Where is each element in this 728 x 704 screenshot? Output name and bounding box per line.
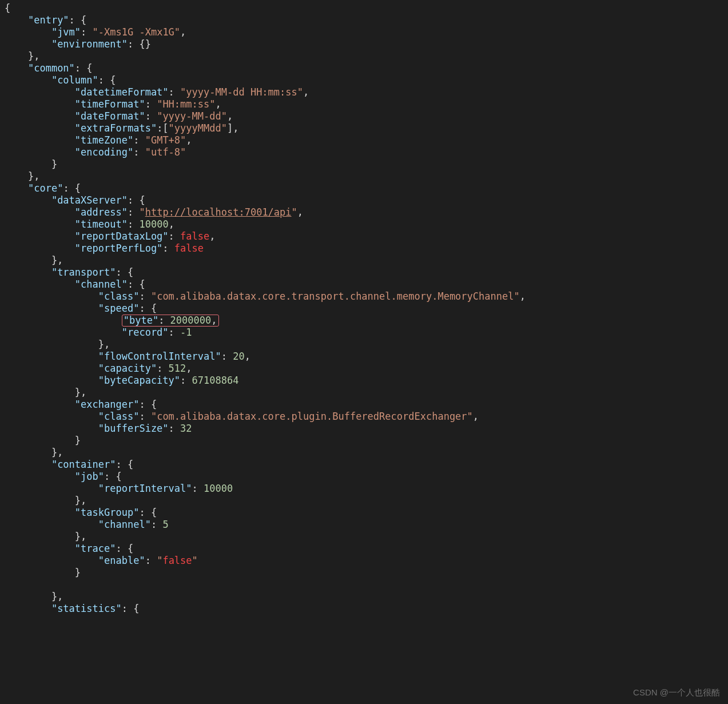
code-token: }	[5, 567, 81, 578]
code-token: :	[162, 242, 174, 254]
code-token: },	[5, 447, 63, 458]
highlighted-region: "byte": 2000000,	[122, 315, 219, 327]
code-token: : {	[104, 471, 122, 482]
code-token	[5, 423, 98, 434]
code-token: "job"	[75, 471, 104, 482]
code-token	[5, 543, 75, 554]
code-token: :	[169, 230, 180, 242]
code-token: :	[145, 555, 157, 566]
code-line: "timeout": 10000,	[5, 218, 174, 230]
code-token: : {	[116, 267, 133, 278]
code-token: },	[5, 254, 63, 266]
code-token: :	[128, 206, 139, 218]
code-token	[5, 459, 51, 470]
code-line: }	[5, 435, 81, 446]
code-token	[5, 399, 75, 410]
code-token: "reportPerfLog"	[75, 242, 163, 254]
code-line: "encoding": "utf-8"	[5, 146, 186, 158]
code-line: "byte": 2000000,	[5, 315, 219, 326]
code-token: "yyyy-MM-dd"	[157, 110, 227, 122]
code-line: "column": {	[5, 74, 116, 86]
code-line: "dateFormat": "yyyy-MM-dd",	[5, 110, 233, 122]
code-line: },	[5, 170, 39, 182]
code-token	[5, 603, 51, 614]
code-token: "byteCapacity"	[98, 375, 180, 386]
code-token: "HH:mm:ss"	[157, 98, 215, 110]
code-line: },	[5, 447, 63, 458]
code-line: "timeZone": "GMT+8",	[5, 134, 192, 146]
code-line: },	[5, 387, 86, 398]
code-line: },	[5, 50, 39, 62]
code-line: "jvm": "-Xms1G -Xmx1G",	[5, 26, 186, 38]
code-token: },	[5, 531, 86, 542]
code-token: 10000	[204, 483, 233, 494]
code-token: : {	[69, 14, 87, 26]
code-token	[5, 242, 75, 254]
code-line: "byteCapacity": 67108864	[5, 375, 238, 386]
code-token: :[	[157, 122, 168, 134]
code-line: "timeFormat": "HH:mm:ss",	[5, 98, 221, 110]
code-token: },	[5, 591, 63, 602]
code-line: "taskGroup": {	[5, 507, 157, 518]
code-token: ,	[520, 291, 526, 302]
code-token	[5, 74, 51, 86]
code-token: : {	[98, 74, 116, 86]
code-line: "channel": {	[5, 279, 145, 290]
code-token: },	[5, 170, 39, 182]
code-line: "environment": {}	[5, 38, 151, 50]
code-token: "class"	[98, 411, 140, 422]
code-line: "common": {	[5, 62, 93, 74]
code-token: :	[221, 351, 233, 362]
code-line: },	[5, 591, 63, 602]
code-line: "capacity": 512,	[5, 363, 192, 374]
code-token: :	[151, 519, 162, 530]
code-line: }	[5, 567, 81, 578]
code-token: "datetimeFormat"	[75, 86, 169, 98]
code-token: "channel"	[98, 519, 151, 530]
code-token: "trace"	[75, 543, 116, 554]
code-line: "entry": {	[5, 14, 86, 26]
code-token: ,	[209, 230, 215, 242]
code-token: 10000	[139, 218, 168, 230]
code-line: "flowControlInterval": 20,	[5, 351, 250, 362]
code-token: {	[5, 2, 10, 14]
code-token	[5, 38, 51, 50]
code-token: "channel"	[75, 279, 128, 290]
code-token	[5, 291, 98, 302]
code-token: ,	[211, 315, 217, 326]
code-token: ,	[245, 351, 250, 362]
code-token: "enable"	[98, 555, 145, 566]
code-token: "statistics"	[51, 603, 122, 614]
code-line: "enable": "false"	[5, 555, 198, 566]
code-token	[5, 315, 122, 326]
code-token: "jvm"	[51, 26, 81, 38]
code-token: : {	[128, 279, 145, 290]
code-line: "trace": {	[5, 543, 133, 554]
code-token: "timeZone"	[75, 134, 133, 146]
code-token	[5, 375, 98, 386]
code-token: :	[133, 146, 145, 158]
code-token: : {	[139, 303, 157, 314]
code-line: "class": "com.alibaba.datax.core.transpo…	[5, 291, 526, 302]
code-token: : {	[139, 507, 157, 518]
code-token: }	[5, 158, 57, 170]
code-token: "	[292, 206, 297, 218]
code-token: "transport"	[51, 267, 116, 278]
code-token: "extraFormats"	[75, 122, 157, 134]
code-token: "column"	[51, 74, 98, 86]
code-token	[5, 62, 28, 74]
code-token: ,	[227, 110, 233, 122]
code-line: "reportPerfLog": false	[5, 242, 204, 254]
code-token	[5, 110, 75, 122]
code-token	[5, 86, 75, 98]
code-token: "utf-8"	[145, 146, 186, 158]
code-token: :	[192, 483, 204, 494]
code-line: "dataXServer": {	[5, 194, 145, 206]
code-token: "entry"	[28, 14, 69, 26]
code-token: "reportDataxLog"	[75, 230, 169, 242]
code-line: "class": "com.alibaba.datax.core.plugin.…	[5, 411, 479, 422]
code-token: "capacity"	[98, 363, 157, 374]
code-token: "dateFormat"	[75, 110, 145, 122]
code-token: "core"	[28, 182, 63, 194]
code-line: "datetimeFormat": "yyyy-MM-dd HH:mm:ss",	[5, 86, 309, 98]
